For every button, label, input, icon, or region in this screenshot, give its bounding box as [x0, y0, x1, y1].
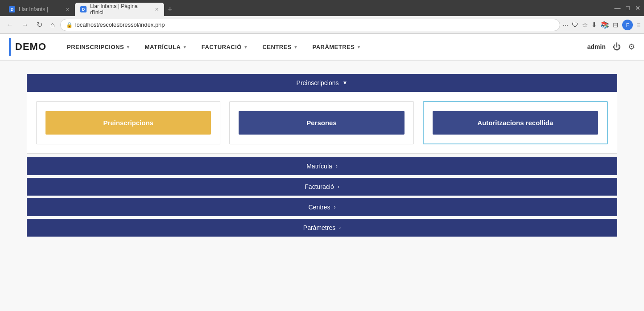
preinscripcions-accordion-header[interactable]: Preinscripcions ▼ — [27, 74, 617, 92]
forward-button[interactable]: → — [19, 19, 31, 31]
facturacio-arrow: › — [338, 184, 339, 190]
back-button[interactable]: ← — [4, 19, 16, 31]
nav-centres-arrow: ▼ — [293, 45, 298, 49]
more-options-icon[interactable]: ··· — [563, 21, 569, 29]
download-icon[interactable]: ⬇ — [591, 21, 597, 29]
tab1-close[interactable]: ✕ — [66, 7, 70, 12]
preinscripcions-header-label: Preinscripcions — [297, 79, 339, 86]
facturacio-bar[interactable]: Facturació › — [27, 178, 617, 196]
browser-titlebar: D Llar Infants | ✕ D Llar Infants | Pàgi… — [0, 0, 644, 16]
nav-centres-label: CENTRES — [262, 44, 292, 50]
new-tab-button[interactable]: + — [164, 3, 176, 16]
facturacio-label: Facturació — [305, 183, 334, 190]
nav-facturacio-arrow: ▼ — [244, 45, 248, 49]
maximize-button[interactable]: □ — [626, 4, 630, 12]
nav-facturacio[interactable]: FACTURACIÓ ▼ — [194, 33, 256, 60]
nav-facturacio-label: FACTURACIÓ — [202, 44, 242, 50]
home-button[interactable]: ⌂ — [48, 19, 58, 31]
security-icon: 🔒 — [66, 22, 73, 28]
nav-preinscripcions-arrow: ▼ — [126, 45, 130, 49]
browser-toolbar: ← → ↻ ⌂ 🔒 localhost/escolesbressol/index… — [0, 16, 644, 34]
preinscripcions-header-arrow: ▼ — [343, 80, 348, 86]
nav-centres[interactable]: CENTRES ▼ — [255, 33, 305, 60]
nav-parametres-label: PARÀMETRES — [312, 44, 355, 50]
tab2-label: Llar Infants | Pàgina d'inici — [90, 3, 151, 16]
tab1-favicon: D — [9, 6, 15, 12]
nav-parametres[interactable]: PARÀMETRES ▼ — [305, 33, 368, 60]
header-right: admin ⏻ ⚙ — [587, 42, 635, 52]
profile-button[interactable]: F — [622, 20, 633, 30]
persones-button[interactable]: Persones — [239, 111, 404, 135]
url-text: localhost/escolesbressol/index.php — [75, 21, 554, 28]
nav-preinscripcions[interactable]: PREINSCRIPCIONS ▼ — [60, 33, 138, 60]
menu-icon[interactable]: ≡ — [636, 21, 640, 29]
nav-parametres-arrow: ▼ — [356, 45, 361, 49]
minimize-button[interactable]: — — [615, 4, 621, 12]
preinscripcions-button[interactable]: Preinscripcions — [45, 111, 211, 135]
browser-tab-1[interactable]: D Llar Infants | ✕ — [4, 3, 75, 16]
centres-bar[interactable]: Centres › — [27, 198, 617, 216]
app-logo: DEMO — [15, 41, 46, 53]
power-icon[interactable]: ⏻ — [613, 42, 621, 52]
nav-matricula-arrow: ▼ — [182, 45, 187, 49]
preinscripcions-accordion-body: Preinscripcions Persones Autoritzacions … — [27, 92, 617, 154]
cards-row: Preinscripcions Persones Autoritzacions … — [36, 101, 608, 144]
nav-matricula[interactable]: MATRÍCULA ▼ — [138, 33, 194, 60]
tab2-favicon: D — [80, 6, 87, 12]
reload-button[interactable]: ↻ — [34, 19, 45, 31]
bookmark-icon[interactable]: ☆ — [582, 21, 588, 29]
window-controls: — □ ✕ — [615, 4, 640, 12]
parametres-arrow: › — [339, 225, 341, 231]
logo-accent — [9, 38, 11, 56]
close-button[interactable]: ✕ — [635, 4, 640, 12]
nav-preinscripcions-label: PREINSCRIPCIONS — [67, 44, 124, 50]
parametres-bar[interactable]: Paràmetres › — [27, 219, 617, 237]
browser-tabs: D Llar Infants | ✕ D Llar Infants | Pàgi… — [4, 0, 615, 16]
main-content: Preinscripcions ▼ Preinscripcions Person… — [0, 61, 644, 311]
browser-tab-2[interactable]: D Llar Infants | Pàgina d'inici ✕ — [75, 3, 164, 16]
browser-chrome: D Llar Infants | ✕ D Llar Infants | Pàgi… — [0, 0, 644, 34]
sidebar-toggle-icon[interactable]: ⊟ — [613, 21, 619, 29]
centres-arrow: › — [334, 204, 336, 210]
toolbar-right: ··· 🛡 ☆ ⬇ 📚 ⊟ F ≡ — [563, 20, 640, 30]
parametres-label: Paràmetres — [303, 224, 335, 231]
library-icon[interactable]: 📚 — [601, 21, 609, 29]
logo-bar: DEMO — [9, 38, 46, 56]
shield-icon: 🛡 — [572, 21, 578, 29]
matricula-section: Matrícula › — [27, 157, 617, 175]
preinscripcions-card-wrapper: Preinscripcions — [36, 101, 220, 144]
app-header: DEMO PREINSCRIPCIONS ▼ MATRÍCULA ▼ FACTU… — [0, 34, 644, 61]
facturacio-section: Facturació › — [27, 178, 617, 196]
persones-card-wrapper: Persones — [229, 101, 413, 144]
admin-label: admin — [587, 43, 606, 50]
matricula-label: Matrícula — [306, 163, 332, 170]
address-bar[interactable]: 🔒 localhost/escolesbressol/index.php — [60, 19, 560, 31]
preinscripcions-accordion: Preinscripcions ▼ Preinscripcions Person… — [27, 74, 617, 154]
parametres-section: Paràmetres › — [27, 219, 617, 237]
autoritzacions-button[interactable]: Autoritzacions recollida — [433, 111, 598, 135]
autoritzacions-card-wrapper: Autoritzacions recollida — [423, 101, 608, 144]
centres-label: Centres — [308, 204, 330, 211]
settings-icon[interactable]: ⚙ — [628, 42, 635, 52]
tab1-label: Llar Infants | — [19, 6, 48, 12]
centres-section: Centres › — [27, 198, 617, 216]
matricula-bar[interactable]: Matrícula › — [27, 157, 617, 175]
tab2-close[interactable]: ✕ — [155, 7, 159, 12]
matricula-arrow: › — [336, 163, 338, 169]
app-nav: PREINSCRIPCIONS ▼ MATRÍCULA ▼ FACTURACIÓ… — [60, 33, 587, 60]
nav-matricula-label: MATRÍCULA — [145, 44, 181, 50]
